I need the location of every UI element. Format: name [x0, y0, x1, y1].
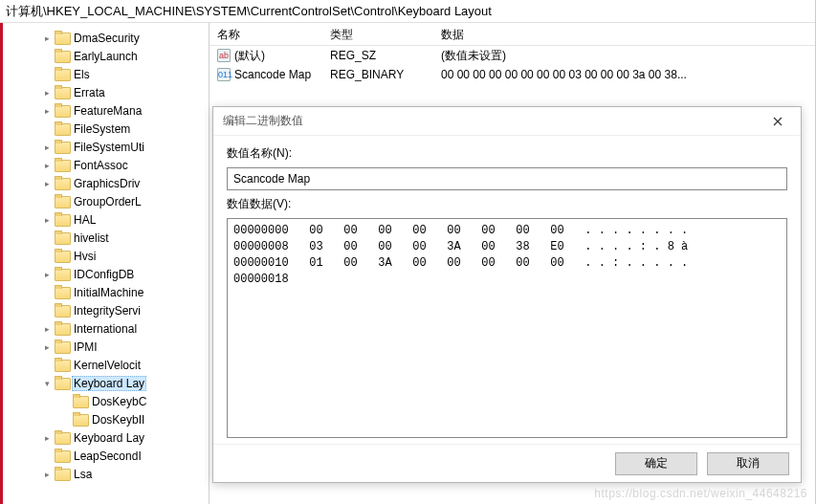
folder-icon — [55, 304, 70, 318]
folder-icon — [55, 141, 70, 154]
tree-item-doskeybc[interactable]: DosKeybC — [41, 392, 209, 410]
dialog-body: 数值名称(N): 数值数据(V): 00000000 00 00 00 00 0… — [213, 136, 801, 444]
tree-item-grouporderl[interactable]: GroupOrderL — [41, 192, 209, 210]
binary-value-icon: 011 — [217, 68, 231, 81]
tree-item-international[interactable]: ▸International — [41, 319, 209, 338]
folder-icon — [55, 468, 70, 481]
value-name: (默认) — [234, 48, 265, 64]
cell-data: 00 00 00 00 00 00 00 00 03 00 00 00 3a 0… — [433, 68, 815, 81]
tree-item-keyboard-lay[interactable]: ▾Keyboard Lay — [41, 374, 209, 392]
tree-item-label: IPMI — [72, 340, 99, 354]
tree-item-els[interactable]: Els — [41, 65, 209, 83]
tree-item-fontassoc[interactable]: ▸FontAssoc — [41, 156, 209, 174]
tree-item-kernelvelocit[interactable]: KernelVelocit — [41, 356, 209, 374]
tree-item-ipmi[interactable]: ▸IPMI — [41, 338, 209, 356]
cell-name: ab(默认) — [210, 48, 322, 64]
col-header-type[interactable]: 类型 — [322, 23, 433, 45]
folder-icon — [55, 213, 70, 227]
cell-type: REG_BINARY — [322, 68, 433, 81]
tree-item-doskeybii[interactable]: DosKeybII — [41, 410, 209, 428]
tree-item-label: FontAssoc — [72, 159, 130, 172]
tree-item-integrityservi[interactable]: IntegrityServi — [41, 301, 209, 319]
right-pane: 名称 类型 数据 ab(默认)REG_SZ(数值未设置)011Scancode … — [209, 23, 815, 504]
list-row[interactable]: ab(默认)REG_SZ(数值未设置) — [210, 46, 815, 65]
tree-item-leapsecondi[interactable]: LeapSecondI — [41, 447, 209, 465]
regedit-window: 计算机\HKEY_LOCAL_MACHINE\SYSTEM\CurrentCon… — [0, 0, 816, 504]
chevron-right-icon[interactable]: ▸ — [41, 33, 53, 44]
body-split: ▸DmaSecurityEarlyLaunchEls▸Errata▸Featur… — [0, 23, 815, 504]
col-header-data[interactable]: 数据 — [433, 23, 815, 45]
tree-item-label: FileSystemUti — [72, 141, 146, 154]
value-name-label: 数值名称(N): — [227, 145, 787, 162]
chevron-right-icon[interactable]: ▸ — [41, 87, 53, 99]
tree-pane[interactable]: ▸DmaSecurityEarlyLaunchEls▸Errata▸Featur… — [3, 23, 209, 504]
tree-item-initialmachine[interactable]: InitialMachine — [41, 283, 209, 301]
tree-item-label: Errata — [72, 86, 107, 99]
tree-item-featuremana[interactable]: ▸FeatureMana — [41, 101, 209, 120]
tree-item-earlylaunch[interactable]: EarlyLaunch — [41, 47, 209, 65]
tree-item-dmasecurity[interactable]: ▸DmaSecurity — [41, 29, 209, 47]
value-name: Scancode Map — [234, 68, 311, 81]
dialog-buttons: 确定 取消 — [213, 444, 801, 482]
close-icon[interactable] — [759, 108, 797, 135]
folder-icon — [55, 68, 70, 81]
folder-icon — [73, 413, 88, 427]
folder-icon — [55, 177, 70, 190]
folder-icon — [55, 122, 70, 136]
tree-item-filesystemuti[interactable]: ▸FileSystemUti — [41, 138, 209, 156]
value-data-label: 数值数据(V): — [227, 196, 787, 212]
cell-data: (数值未设置) — [433, 48, 815, 64]
string-value-icon: ab — [217, 49, 231, 62]
tree-item-label: International — [72, 322, 139, 336]
tree-item-label: FileSystem — [72, 122, 132, 136]
folder-icon — [55, 322, 70, 336]
tree-item-filesystem[interactable]: FileSystem — [41, 120, 209, 138]
folder-icon — [55, 359, 70, 372]
tree-item-label: Hvsi — [72, 250, 98, 263]
tree-item-label: DosKeybII — [90, 413, 146, 427]
chevron-right-icon[interactable]: ▸ — [41, 105, 53, 117]
chevron-down-icon[interactable]: ▾ — [41, 378, 53, 389]
list-row[interactable]: 011Scancode MapREG_BINARY00 00 00 00 00 … — [210, 65, 815, 84]
tree-item-idconfigdb[interactable]: ▸IDConfigDB — [41, 265, 209, 283]
tree-item-label: DmaSecurity — [72, 32, 142, 45]
chevron-right-icon[interactable]: ▸ — [41, 469, 53, 480]
list-body: ab(默认)REG_SZ(数值未设置)011Scancode MapREG_BI… — [210, 46, 815, 84]
folder-icon — [55, 377, 70, 390]
dialog-title-text: 编辑二进制数值 — [223, 113, 303, 129]
folder-icon — [55, 340, 70, 354]
chevron-right-icon[interactable]: ▸ — [41, 142, 53, 153]
address-bar[interactable]: 计算机\HKEY_LOCAL_MACHINE\SYSTEM\CurrentCon… — [0, 0, 815, 23]
dialog-titlebar[interactable]: 编辑二进制数值 — [213, 107, 801, 136]
folder-icon — [55, 50, 70, 63]
watermark-text: https://blog.csdn.net/weixin_44648216 — [594, 487, 807, 500]
tree-item-label: FeatureMana — [72, 104, 143, 118]
cell-name: 011Scancode Map — [210, 68, 322, 81]
tree-item-hivelist[interactable]: hivelist — [41, 229, 209, 247]
chevron-right-icon[interactable]: ▸ — [41, 160, 53, 171]
chevron-right-icon[interactable]: ▸ — [41, 178, 53, 189]
chevron-right-icon[interactable]: ▸ — [41, 269, 53, 280]
tree-item-errata[interactable]: ▸Errata — [41, 83, 209, 101]
chevron-right-icon[interactable]: ▸ — [41, 214, 53, 226]
value-name-input[interactable] — [227, 167, 787, 190]
cancel-button[interactable]: 取消 — [707, 452, 789, 475]
folder-icon — [55, 195, 70, 208]
chevron-right-icon[interactable]: ▸ — [41, 341, 53, 353]
edit-binary-dialog: 编辑二进制数值 数值名称(N): 数值数据(V): 00000000 00 00… — [212, 106, 802, 483]
hex-editor[interactable]: 00000000 00 00 00 00 00 00 00 00 . . . .… — [227, 218, 787, 438]
tree-item-lsa[interactable]: ▸Lsa — [41, 465, 209, 483]
tree-item-label: GraphicsDriv — [72, 177, 142, 190]
tree-item-graphicsdriv[interactable]: ▸GraphicsDriv — [41, 174, 209, 192]
folder-icon — [73, 395, 88, 408]
tree-item-label: Keyboard Lay — [72, 431, 146, 445]
ok-button[interactable]: 确定 — [615, 452, 697, 475]
tree-item-keyboard-lay[interactable]: ▸Keyboard Lay — [41, 428, 209, 447]
cell-type: REG_SZ — [322, 49, 433, 62]
col-header-name[interactable]: 名称 — [210, 23, 322, 45]
tree-item-hvsi[interactable]: Hvsi — [41, 247, 209, 265]
chevron-right-icon[interactable]: ▸ — [41, 432, 53, 444]
tree-item-label: HAL — [72, 213, 98, 227]
chevron-right-icon[interactable]: ▸ — [41, 323, 53, 335]
tree-item-hal[interactable]: ▸HAL — [41, 210, 209, 229]
